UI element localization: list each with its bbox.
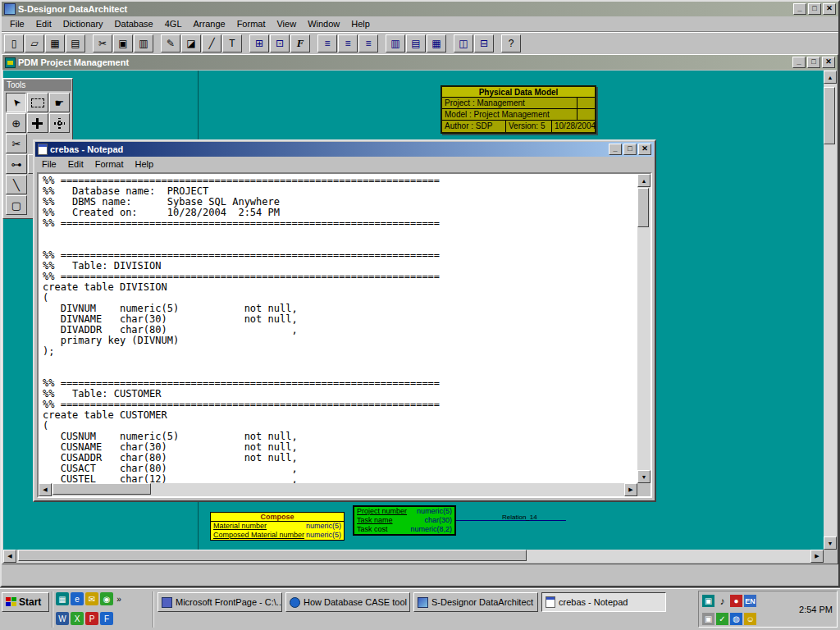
marquee-tool-button[interactable] xyxy=(27,93,48,112)
pointer-tool-button[interactable]: ➤ xyxy=(6,93,26,112)
save-button[interactable]: ▦ xyxy=(45,34,65,52)
scroll-right-button[interactable]: ▶ xyxy=(810,550,824,563)
diagram-minimize-button[interactable]: _ xyxy=(792,57,806,68)
powerpoint-icon[interactable]: P xyxy=(85,612,98,625)
compose-table[interactable]: Compose Material number numeric(5) Compo… xyxy=(210,512,345,541)
menu-edit[interactable]: Edit xyxy=(30,17,57,30)
outlook-icon[interactable]: ✉ xyxy=(85,592,98,605)
word-icon[interactable]: W xyxy=(56,612,69,625)
tile-windows-button[interactable]: ◫ xyxy=(454,34,473,52)
zoom-tool-button[interactable]: ⊕ xyxy=(6,113,26,133)
task-notepad[interactable]: crebas - Notepad xyxy=(541,592,666,612)
language-indicator[interactable]: EN xyxy=(744,595,756,607)
cut-tool-button[interactable]: ✂ xyxy=(6,134,27,153)
diagram-horizontal-scrollbar[interactable]: ◀ ▶ xyxy=(3,550,824,563)
rounded-rect-tool-button[interactable]: ▢ xyxy=(6,195,27,215)
diagram-vertical-scrollbar[interactable]: ▲ ▼ xyxy=(824,71,837,550)
scroll-left-button[interactable]: ◀ xyxy=(3,550,16,563)
text-tool-button[interactable]: T xyxy=(222,34,242,52)
notepad-vscroll-thumb[interactable] xyxy=(637,188,649,227)
tools-palette-title[interactable]: Tools xyxy=(4,80,71,91)
grid-button[interactable]: ⊞ xyxy=(249,34,269,52)
notepad-hscroll-thumb[interactable] xyxy=(52,483,151,495)
menu-dictionary[interactable]: Dictionary xyxy=(57,17,109,30)
task-sdesignor[interactable]: S-Designor DataArchitect xyxy=(413,592,538,612)
menu-database[interactable]: Database xyxy=(109,17,159,30)
diagram-vscroll-thumb[interactable] xyxy=(824,87,835,144)
frontpage-icon[interactable]: F xyxy=(100,612,113,625)
link-tool-button[interactable]: ⊶ xyxy=(6,154,27,174)
grabber-tool-button[interactable]: ☛ xyxy=(49,93,70,112)
move-tool-button[interactable] xyxy=(27,113,48,133)
align-center-button[interactable]: ≡ xyxy=(338,34,358,52)
notepad-horizontal-scrollbar[interactable]: ◀ ▶ xyxy=(39,483,637,496)
paste-button[interactable]: ▥ xyxy=(134,34,153,52)
line-tool-button[interactable]: ╱ xyxy=(202,34,221,52)
app-close-button[interactable]: ✕ xyxy=(823,3,836,15)
diagram-hscroll-thumb[interactable] xyxy=(18,550,527,561)
diagram-titlebar[interactable]: PDM Project Management _ □ ✕ xyxy=(2,55,838,70)
internet-explorer-icon[interactable]: e xyxy=(71,592,84,605)
open-button[interactable]: ▱ xyxy=(25,34,44,52)
notepad-menu-help[interactable]: Help xyxy=(130,158,160,171)
insert-column-button[interactable]: ▤ xyxy=(406,34,426,52)
network-icon[interactable]: ▣ xyxy=(702,613,714,625)
cascade-windows-button[interactable]: ⊟ xyxy=(474,34,494,52)
app-minimize-button[interactable]: _ xyxy=(793,3,806,15)
scroll-right-button[interactable]: ▶ xyxy=(624,483,637,496)
align-right-button[interactable]: ≡ xyxy=(358,34,378,52)
menu-format[interactable]: Format xyxy=(231,17,272,30)
menu-window[interactable]: Window xyxy=(302,17,345,30)
help-button[interactable]: ? xyxy=(501,34,521,52)
scheduler-icon[interactable]: ✓ xyxy=(716,613,728,625)
pencil-button[interactable]: ✎ xyxy=(161,34,180,52)
notepad-close-button[interactable]: ✕ xyxy=(638,144,651,155)
notepad-text-area[interactable]: %% =====================================… xyxy=(39,174,637,483)
scroll-left-button[interactable]: ◀ xyxy=(39,483,52,496)
app-maximize-button[interactable]: □ xyxy=(808,3,821,15)
notepad-menu-format[interactable]: Format xyxy=(89,158,130,171)
menu-4gl[interactable]: 4GL xyxy=(159,17,188,30)
pdm-info-box[interactable]: Physical Data Model Project : Management… xyxy=(441,85,596,134)
window-button[interactable]: ⊡ xyxy=(270,34,290,52)
diagram-maximize-button[interactable]: □ xyxy=(807,57,820,68)
menu-view[interactable]: View xyxy=(271,17,302,30)
start-button[interactable]: Start xyxy=(2,592,49,612)
task-ie-page[interactable]: How Database CASE tool ... xyxy=(285,592,410,612)
taskbar-clock[interactable]: 2:54 PM xyxy=(799,605,833,614)
delete-column-button[interactable]: ▦ xyxy=(427,34,446,52)
show-desktop-icon[interactable]: ▦ xyxy=(56,592,69,605)
volume-icon[interactable]: ♪ xyxy=(716,595,728,607)
columns-button[interactable]: ▥ xyxy=(386,34,405,52)
scroll-up-button[interactable]: ▲ xyxy=(824,71,837,84)
new-button[interactable]: ▯ xyxy=(4,34,24,52)
eraser-button[interactable]: ◪ xyxy=(181,34,201,52)
display-icon[interactable]: ▣ xyxy=(702,595,714,607)
relation-label[interactable]: Relation_14 xyxy=(502,514,537,521)
move-step-tool-button[interactable] xyxy=(49,113,70,133)
messenger-icon[interactable]: ☺ xyxy=(744,613,756,625)
notepad-vertical-scrollbar[interactable]: ▲ ▼ xyxy=(637,174,651,483)
align-left-button[interactable]: ≡ xyxy=(317,34,337,52)
scroll-down-button[interactable]: ▼ xyxy=(824,536,837,550)
notepad-maximize-button[interactable]: □ xyxy=(623,144,637,155)
antivirus-icon[interactable]: ● xyxy=(730,595,742,607)
scroll-down-button[interactable]: ▼ xyxy=(637,470,651,483)
copy-button[interactable]: ▣ xyxy=(113,34,133,52)
notepad-menu-file[interactable]: File xyxy=(36,158,62,171)
font-button[interactable]: F xyxy=(290,34,310,52)
cut-button[interactable]: ✂ xyxy=(93,34,112,52)
print-button[interactable]: ▤ xyxy=(66,34,85,52)
notepad-titlebar[interactable]: crebas - Notepad _ □ ✕ xyxy=(35,142,654,157)
diagram-close-button[interactable]: ✕ xyxy=(822,57,835,68)
task-frontpage[interactable]: Microsoft FrontPage - C:\... xyxy=(158,592,282,612)
app-titlebar[interactable]: S-Designor DataArchitect _ □ ✕ xyxy=(2,2,838,16)
globe-icon[interactable]: ◍ xyxy=(730,613,742,625)
notepad-menu-edit[interactable]: Edit xyxy=(62,158,89,171)
menu-arrange[interactable]: Arrange xyxy=(188,17,231,30)
media-player-icon[interactable]: ◉ xyxy=(100,592,113,605)
excel-icon[interactable]: X xyxy=(71,612,84,625)
task-table[interactable]: Project number numeric(5) Task name char… xyxy=(353,505,456,536)
scroll-up-button[interactable]: ▲ xyxy=(637,174,651,187)
menu-file[interactable]: File xyxy=(4,17,30,30)
